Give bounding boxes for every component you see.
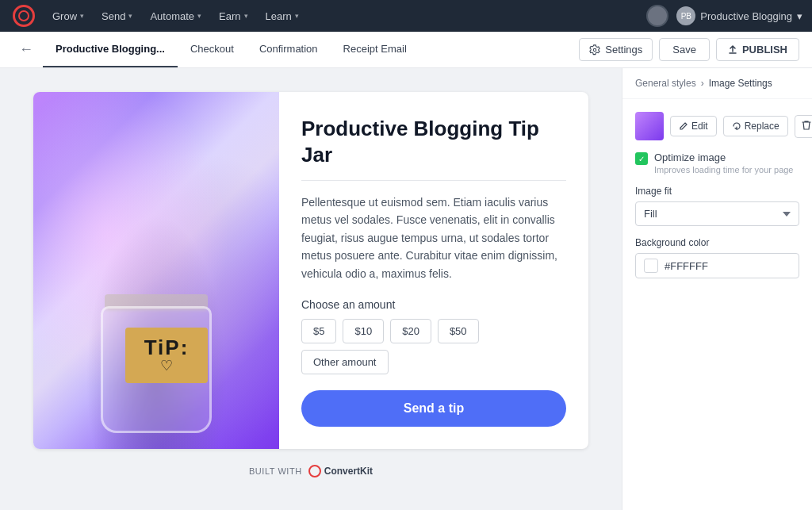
breadcrumb-current: Image Settings: [709, 78, 772, 89]
chevron-down-icon: ▾: [197, 12, 201, 20]
avatar: PB: [676, 6, 695, 25]
chevron-down-icon: ▾: [244, 12, 248, 20]
image-preview-row: Edit Replace: [635, 112, 799, 140]
nav-items: Grow ▾ Send ▾ Automate ▾ Earn ▾ Learn ▾: [44, 6, 646, 27]
page-tabs: Productive Blogging... Checkout Confirma…: [43, 32, 579, 67]
replace-image-button[interactable]: Replace: [723, 116, 788, 136]
bg-color-field: Background color #FFFFFF: [635, 237, 799, 278]
color-swatch: [644, 259, 658, 273]
card-description: Pellentesque ut euismod sem. Etiam iacul…: [301, 194, 566, 282]
trash-icon: [802, 120, 811, 131]
jar-illustration: TiP: ♡: [93, 274, 220, 433]
publish-icon: [728, 45, 737, 55]
back-button[interactable]: ←: [13, 38, 40, 61]
optimize-sublabel: Improves loading time for your page: [654, 165, 793, 174]
replace-icon: [732, 121, 741, 131]
svg-point-0: [594, 48, 597, 52]
editor-actions: Settings Save PUBLISH: [579, 38, 799, 61]
notification-icon[interactable]: [646, 5, 668, 27]
edit-image-button[interactable]: Edit: [670, 116, 717, 136]
image-thumbnail: [635, 112, 664, 140]
content-area: TiP: ♡ Productive Blogging Tip Jar Pelle…: [0, 68, 622, 510]
tip-jar-card: TiP: ♡ Productive Blogging Tip Jar Pelle…: [33, 92, 588, 449]
amount-buttons: $5 $10 $20 $50 Other amount: [301, 319, 566, 374]
panel-body: Edit Replace ✓ Optimize image Improves l…: [622, 99, 812, 291]
card-image: TiP: ♡: [33, 92, 279, 449]
card-content: Productive Blogging Tip Jar Pellentesque…: [279, 92, 588, 449]
amount-label: Choose an amount: [301, 298, 566, 311]
amount-5[interactable]: $5: [301, 319, 336, 343]
chevron-down-icon: ▾: [128, 12, 132, 20]
amount-20[interactable]: $20: [390, 319, 431, 343]
amount-10[interactable]: $10: [343, 319, 384, 343]
top-navigation: Grow ▾ Send ▾ Automate ▾ Earn ▾ Learn ▾ …: [0, 0, 812, 32]
ck-icon: [308, 465, 321, 477]
amount-other[interactable]: Other amount: [301, 350, 389, 374]
amount-50[interactable]: $50: [438, 319, 479, 343]
image-fit-field: Image fit Fill Fit Stretch: [635, 186, 799, 226]
tab-checkout[interactable]: Checkout: [178, 32, 247, 67]
convertkit-logo[interactable]: ConvertKit: [308, 465, 373, 477]
chevron-down-icon: ▾: [80, 12, 84, 20]
optimize-checkbox[interactable]: ✓: [635, 152, 648, 165]
nav-right: PB Productive Blogging ▾: [646, 5, 802, 27]
color-value: #FFFFFF: [665, 260, 708, 272]
secondary-navigation: ← Productive Blogging... Checkout Confir…: [0, 32, 812, 68]
bg-color-input[interactable]: #FFFFFF: [635, 253, 799, 278]
card-title: Productive Blogging Tip Jar: [301, 116, 566, 167]
chevron-down-icon: ▾: [295, 12, 299, 20]
nav-grow[interactable]: Grow ▾: [44, 6, 92, 27]
optimize-label: Optimize image: [654, 151, 793, 163]
tab-receipt-email[interactable]: Receipt Email: [331, 32, 419, 67]
delete-image-button[interactable]: [795, 115, 812, 138]
tab-productive-blogging[interactable]: Productive Blogging...: [43, 32, 178, 67]
save-button[interactable]: Save: [659, 38, 710, 61]
send-tip-button[interactable]: Send a tip: [301, 390, 566, 427]
optimize-row: ✓ Optimize image Improves loading time f…: [635, 151, 799, 174]
panel-breadcrumb: General styles › Image Settings: [622, 68, 812, 99]
nav-automate[interactable]: Automate ▾: [142, 6, 209, 27]
image-fit-label: Image fit: [635, 186, 799, 197]
bg-color-label: Background color: [635, 237, 799, 248]
nav-learn[interactable]: Learn ▾: [258, 6, 307, 27]
card-divider: [301, 180, 566, 181]
nav-send[interactable]: Send ▾: [94, 6, 140, 27]
publish-button[interactable]: PUBLISH: [716, 38, 799, 61]
settings-button[interactable]: Settings: [579, 38, 653, 61]
nav-earn[interactable]: Earn ▾: [211, 6, 255, 27]
built-with-bar: BUILT WITH ConvertKit: [249, 465, 373, 477]
tab-confirmation[interactable]: Confirmation: [247, 32, 331, 67]
user-menu[interactable]: PB Productive Blogging ▾: [676, 6, 802, 25]
right-panel: General styles › Image Settings Edit Rep…: [622, 68, 812, 510]
app-logo[interactable]: [10, 2, 38, 30]
edit-icon: [679, 121, 688, 131]
main-layout: TiP: ♡ Productive Blogging Tip Jar Pelle…: [0, 68, 812, 510]
image-fit-select[interactable]: Fill Fit Stretch: [635, 201, 799, 226]
settings-icon: [589, 44, 600, 56]
